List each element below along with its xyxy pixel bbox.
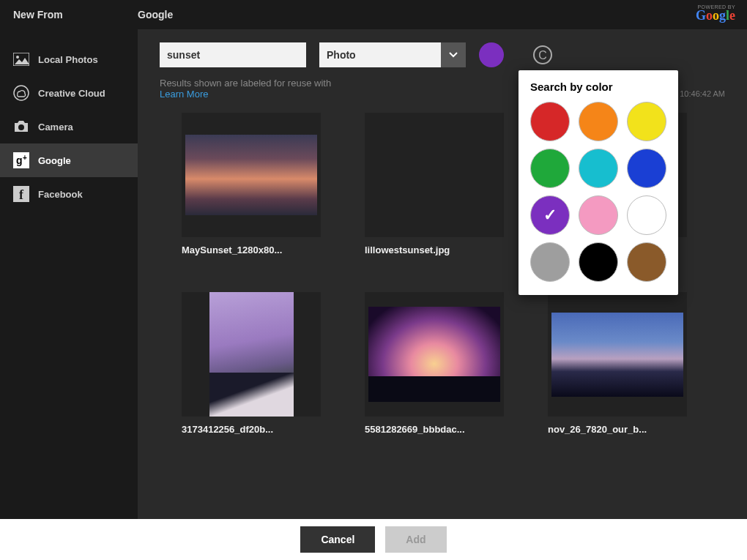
- search-input[interactable]: [160, 42, 306, 67]
- sidebar-item-label: Camera: [38, 122, 73, 132]
- color-swatch-green[interactable]: [530, 149, 570, 188]
- sidebar-item-facebook[interactable]: f Facebook: [0, 177, 138, 211]
- result-thumb[interactable]: nov_26_7820_our_b...: [548, 292, 687, 435]
- svg-text:C: C: [538, 49, 547, 61]
- google-plus-icon: g+: [13, 152, 29, 168]
- camera-icon: [13, 119, 29, 135]
- color-swatch-red[interactable]: [530, 102, 570, 141]
- cancel-button[interactable]: Cancel: [300, 526, 375, 553]
- sidebar-item-label: Local Photos: [38, 54, 98, 65]
- svg-text:f: f: [19, 187, 24, 202]
- dropdown-label: Photo: [319, 49, 441, 61]
- svg-text:+: +: [23, 154, 27, 162]
- google-logo: Google: [696, 8, 735, 23]
- sidebar: Local Photos Creative Cloud Camera g+ Go…: [0, 29, 138, 519]
- facebook-icon: f: [13, 186, 29, 202]
- color-swatch-brown[interactable]: [627, 242, 666, 282]
- thumb-caption: lillowestsunset.jpg: [365, 237, 504, 255]
- color-swatch-teal[interactable]: [579, 149, 618, 188]
- color-swatch-purple[interactable]: [530, 195, 570, 235]
- type-dropdown[interactable]: Photo: [319, 42, 466, 67]
- color-swatch-white[interactable]: [627, 195, 666, 235]
- sidebar-item-label: Google: [38, 155, 71, 166]
- color-swatch-yellow[interactable]: [627, 102, 666, 141]
- section-title: Google: [138, 9, 173, 20]
- thumb-caption: MaySunset_1280x80...: [182, 237, 321, 255]
- footer: Cancel Add: [0, 519, 747, 560]
- search-row: Photo C: [138, 29, 747, 75]
- main-panel: Photo C Results shown are labeled for re…: [138, 29, 747, 519]
- sidebar-item-local-photos[interactable]: Local Photos: [0, 42, 138, 76]
- powered-by-google: POWERED BY Google: [696, 4, 735, 23]
- color-popover: Search by color: [519, 70, 678, 295]
- color-popover-title: Search by color: [530, 81, 666, 93]
- result-thumb[interactable]: 3173412256_df20b...: [182, 292, 321, 435]
- topbar: New From Google POWERED BY Google: [0, 0, 747, 29]
- color-filter-trigger[interactable]: [479, 42, 504, 67]
- color-swatch-pink[interactable]: [579, 195, 618, 235]
- result-thumb[interactable]: 5581282669_bbbdac...: [365, 292, 504, 435]
- sidebar-item-creative-cloud[interactable]: Creative Cloud: [0, 76, 138, 110]
- thumb-image: [182, 292, 321, 417]
- thumb-caption: 5581282669_bbbdac...: [365, 417, 504, 435]
- image-icon: [13, 51, 29, 67]
- sidebar-item-camera[interactable]: Camera: [0, 110, 138, 143]
- color-swatch-gray[interactable]: [530, 242, 570, 282]
- thumb-image: [548, 292, 687, 417]
- copyright-icon[interactable]: C: [532, 44, 554, 66]
- color-swatch-black[interactable]: [579, 242, 618, 282]
- thumb-image: [365, 113, 504, 237]
- svg-point-1: [16, 56, 19, 59]
- creative-cloud-icon: [13, 85, 29, 101]
- app-title: New From: [13, 9, 138, 20]
- thumb-image: [365, 292, 504, 417]
- color-swatch-orange[interactable]: [579, 102, 618, 141]
- color-swatch-blue[interactable]: [627, 149, 666, 188]
- add-button[interactable]: Add: [385, 526, 446, 553]
- result-thumb[interactable]: MaySunset_1280x80...: [182, 113, 321, 255]
- thumb-caption: nov_26_7820_our_b...: [548, 417, 687, 435]
- thumb-caption: 3173412256_df20b...: [182, 417, 321, 435]
- sidebar-item-label: Facebook: [38, 189, 83, 200]
- result-thumb[interactable]: lillowestsunset.jpg: [365, 113, 504, 255]
- sidebar-item-label: Creative Cloud: [38, 88, 105, 99]
- color-grid: [530, 102, 666, 282]
- svg-point-2: [14, 86, 29, 100]
- chevron-down-icon: [441, 42, 466, 67]
- svg-text:g: g: [16, 154, 23, 166]
- thumb-image: [182, 113, 321, 237]
- svg-point-3: [18, 124, 24, 130]
- sidebar-item-google[interactable]: g+ Google: [0, 143, 138, 177]
